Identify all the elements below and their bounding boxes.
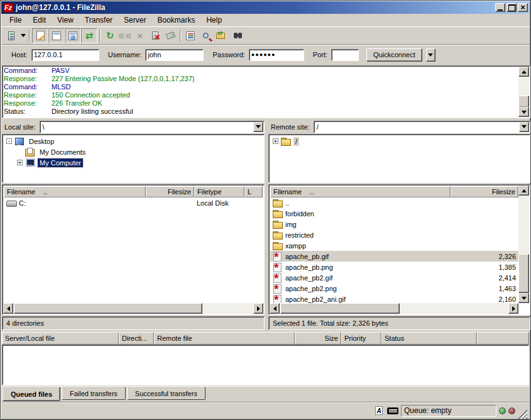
quickconnect-dropdown[interactable]	[426, 48, 435, 62]
ascii-data-type-icon: A	[375, 406, 383, 415]
column-filesize[interactable]: Filesize	[146, 186, 194, 197]
column-filename[interactable]: Filename	[270, 186, 451, 197]
remote-horizontal-scrollbar[interactable]	[270, 303, 518, 314]
tree-item-my-computer[interactable]: + My Computer	[4, 157, 263, 168]
remote-file-row[interactable]: ..	[270, 197, 518, 208]
menu-server[interactable]: Server	[118, 14, 151, 26]
scroll-down-arrow[interactable]	[518, 293, 529, 303]
refresh-icon: ↻	[106, 30, 114, 41]
tab-successful-transfers[interactable]: Successful transfers	[127, 387, 205, 400]
eraser-icon	[165, 31, 175, 40]
toggle-remote-tree-button[interactable]	[65, 28, 81, 43]
data-type-indicator[interactable]: A	[373, 406, 385, 416]
column-filename[interactable]: Filename	[4, 186, 146, 197]
remote-site-combobox[interactable]: /	[314, 121, 530, 133]
tree-item-root[interactable]: + /	[270, 136, 528, 146]
process-queue-icon: ∊∊	[118, 30, 133, 41]
local-horizontal-scrollbar[interactable]	[3, 303, 263, 314]
remote-file-row[interactable]: xampp	[270, 240, 518, 251]
log-line: Response:150 Connection accepted	[4, 91, 518, 99]
toggle-local-tree-button[interactable]	[48, 28, 65, 43]
site-manager-dropdown[interactable]	[19, 28, 27, 43]
menu-file[interactable]: File	[4, 14, 27, 26]
scrollbar-thumb[interactable]	[518, 254, 529, 293]
username-input[interactable]	[145, 49, 204, 61]
maximize-button[interactable]	[506, 3, 517, 12]
column-direction[interactable]: Directi...	[119, 332, 154, 345]
message-log: Command:PASV Response:227 Entering Passi…	[2, 65, 530, 118]
password-input[interactable]	[249, 49, 304, 61]
scroll-right-arrow[interactable]	[508, 303, 518, 314]
column-priority[interactable]: Priority	[341, 332, 381, 345]
port-input[interactable]	[331, 49, 359, 61]
menu-bookmarks[interactable]: Bookmarks	[151, 14, 200, 26]
title-bar[interactable]: Fz john@127.0.0.1 - FileZilla	[1, 1, 530, 14]
remote-file-row[interactable]: apache_pb.png 1,385	[270, 262, 518, 272]
expand-icon[interactable]: +	[17, 160, 23, 165]
toggle-message-log-button[interactable]	[32, 28, 48, 43]
local-file-row[interactable]: C: Local Disk	[4, 197, 263, 208]
tree-item-my-documents[interactable]: My Documents	[4, 146, 263, 157]
quickconnect-button[interactable]: Quickconnect	[366, 48, 422, 62]
image-file-icon	[273, 295, 283, 304]
remote-vertical-scrollbar[interactable]	[518, 185, 529, 303]
tab-queued-files[interactable]: Queued files	[3, 387, 60, 401]
menu-help[interactable]: Help	[200, 14, 227, 26]
site-manager-button[interactable]	[4, 28, 19, 43]
remote-file-row-selected[interactable]: apache_pb.gif 2,326	[270, 251, 518, 262]
scroll-left-arrow[interactable]	[3, 303, 13, 314]
scrollbar-thumb[interactable]	[14, 303, 202, 314]
directory-comparison-button[interactable]	[183, 28, 198, 43]
minimize-button[interactable]	[495, 3, 505, 12]
scroll-down-arrow[interactable]	[518, 107, 529, 117]
folder-icon	[281, 137, 291, 146]
scroll-up-arrow[interactable]	[518, 185, 529, 196]
remote-file-list: Filename Filesize .. forbidden img restr…	[268, 184, 530, 315]
remote-file-row[interactable]: img	[270, 219, 518, 229]
remote-file-row[interactable]: apache_pb2.gif 2,414	[270, 272, 518, 283]
column-status[interactable]: Status	[381, 332, 477, 345]
remote-file-row[interactable]: restricted	[270, 229, 518, 240]
synchronized-browsing-button[interactable]	[213, 28, 228, 43]
column-last-modified[interactable]: L	[244, 186, 263, 197]
column-filesize[interactable]: Filesize	[451, 186, 518, 197]
scroll-left-arrow[interactable]	[270, 303, 280, 314]
disconnect-button[interactable]	[148, 28, 163, 43]
refresh-button[interactable]: ↻	[102, 28, 118, 43]
log-vertical-scrollbar[interactable]	[518, 67, 529, 117]
resize-grip[interactable]	[518, 409, 527, 419]
column-filetype[interactable]: Filetype	[194, 186, 244, 197]
scroll-right-arrow[interactable]	[253, 303, 263, 314]
process-queue-button[interactable]: ∊∊	[118, 28, 133, 43]
speed-limit-indicator[interactable]	[387, 406, 398, 416]
search-button[interactable]	[228, 28, 243, 43]
filezilla-window: Fz john@127.0.0.1 - FileZilla File Edit …	[0, 0, 531, 420]
close-button[interactable]	[518, 3, 528, 12]
collapse-icon[interactable]: -	[6, 138, 12, 144]
activity-led-green	[499, 407, 506, 414]
remote-file-row[interactable]: forbidden	[270, 208, 518, 219]
queue-body[interactable]	[2, 345, 529, 385]
column-server-local-file[interactable]: Server/Local file	[2, 332, 119, 345]
cancel-button[interactable]: ×	[133, 28, 148, 43]
menu-transfer[interactable]: Transfer	[79, 14, 118, 26]
expand-icon[interactable]: +	[273, 138, 278, 144]
remote-file-row[interactable]: apache_pb2.png 1,463	[270, 283, 518, 294]
menu-edit[interactable]: Edit	[27, 14, 52, 26]
remote-site-dropdown[interactable]	[519, 122, 529, 132]
column-size[interactable]: Size	[295, 332, 341, 345]
column-remote-file[interactable]: Remote file	[154, 332, 295, 345]
local-site-combobox[interactable]: \	[40, 121, 265, 133]
menu-view[interactable]: View	[52, 14, 79, 26]
host-input[interactable]	[31, 49, 99, 61]
tab-failed-transfers[interactable]: Failed transfers	[62, 387, 126, 400]
find-files-button[interactable]	[198, 28, 213, 43]
clear-queue-button[interactable]	[163, 28, 178, 43]
scrollbar-thumb[interactable]	[280, 303, 400, 314]
local-status-text: 4 directories	[6, 319, 44, 327]
scroll-up-arrow[interactable]	[518, 67, 529, 77]
local-site-dropdown[interactable]	[253, 122, 263, 132]
scrollbar-thumb[interactable]	[518, 96, 529, 108]
tree-item-desktop[interactable]: - Desktop	[4, 136, 263, 146]
toggle-queue-button[interactable]: ⇄	[81, 28, 97, 43]
